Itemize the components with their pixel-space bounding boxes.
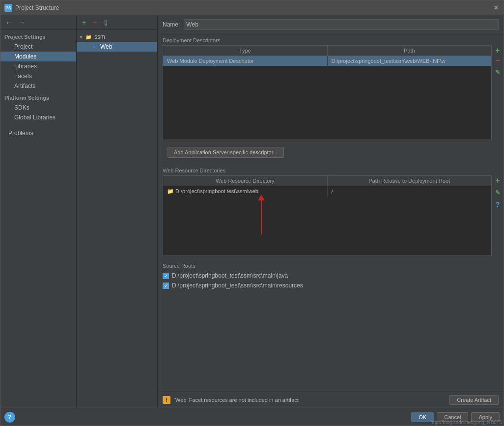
project-structure-window: PS Project Structure × ← → Project Setti…	[0, 0, 504, 426]
sidebar-item-artifacts[interactable]: Artifacts	[0, 81, 76, 91]
deployment-row[interactable]: Web Module Deployment Descriptor D:\proj…	[163, 56, 491, 66]
web-resource-path-header: Path Relative to Deployment Root	[328, 176, 492, 186]
tree-item-web[interactable]: 🔹 Web	[77, 42, 157, 52]
edit-descriptor-button[interactable]: ✎	[493, 68, 502, 77]
deployment-actions: + − ✎	[492, 45, 504, 140]
web-resource-path-cell: /	[328, 187, 492, 197]
app-icon: PS	[4, 4, 12, 12]
folder-icon: 📁	[84, 33, 92, 41]
warning-text: 'Web' Facet resources are not included i…	[174, 397, 446, 403]
sidebar-item-global-libraries[interactable]: Global Libraries	[0, 113, 76, 122]
descriptor-path-cell: D:\project\springboot_test\ssm\web\WEB-I…	[328, 56, 492, 66]
remove-module-button[interactable]: −	[90, 18, 99, 27]
warning-row: ! 'Web' Facet resources are not included…	[158, 392, 504, 408]
sidebar-item-libraries[interactable]: Libraries	[0, 61, 76, 71]
sidebar-item-facets[interactable]: Facets	[0, 71, 76, 81]
add-descriptor-button[interactable]: +	[493, 46, 502, 55]
platform-settings-label: Platform Settings	[0, 91, 76, 103]
content-area: Deployment Descriptors Type Path Web Mod…	[158, 34, 504, 392]
web-resource-dir-cell: 📁 D:\project\springboot test\ssm\web	[163, 186, 328, 197]
path-header: Path	[328, 46, 492, 56]
annotation-arrow	[261, 195, 262, 234]
tree-expand-icon: ▼	[79, 34, 84, 40]
watermark: http://blog.csdn.net/gong_RB075	[428, 419, 504, 426]
sidebar-item-problems[interactable]: Problems	[0, 128, 76, 138]
web-resource-row[interactable]: 📁 D:\project\springboot test\ssm\web /	[163, 186, 491, 197]
title-bar: PS Project Structure ×	[0, 0, 504, 15]
deployment-descriptors-title: Deployment Descriptors	[158, 34, 504, 45]
sidebar-item-sdks[interactable]: SDKs	[0, 103, 76, 113]
remove-descriptor-button[interactable]: −	[493, 56, 502, 65]
bottom-bar: ? OK Cancel Apply http://blog.csdn.net/g…	[0, 408, 504, 426]
close-button[interactable]: ×	[493, 4, 500, 11]
checkbox-java[interactable]: ✓	[163, 273, 169, 279]
source-roots-title: Source Roots	[158, 260, 504, 271]
source-root-java: ✓ D:\project\springboot_test\ssm\src\mai…	[158, 271, 504, 281]
web-resource-header: Web Resource Directory Path Relative to …	[163, 176, 491, 186]
edit-web-resource-button[interactable]: ✎	[493, 188, 502, 197]
web-resource-table: Web Resource Directory Path Relative to …	[163, 175, 492, 256]
source-root-resources: ✓ D:\project\springboot_test\ssm\src\mai…	[158, 281, 504, 290]
main-panel: Name: Deployment Descriptors Type Path W…	[158, 15, 504, 408]
sidebar: ← → Project Settings Project Modules Lib…	[0, 15, 77, 408]
sidebar-toolbar: ← →	[0, 15, 76, 30]
forward-button[interactable]: →	[16, 18, 27, 28]
warning-icon: !	[163, 396, 170, 404]
web-resource-dir-header: Web Resource Directory	[163, 176, 328, 186]
copy-module-button[interactable]: ▯	[101, 18, 110, 27]
project-settings-label: Project Settings	[0, 30, 76, 42]
name-label: Name:	[163, 21, 180, 28]
add-app-server-descriptor-button[interactable]: Add Application Server specific descript…	[168, 147, 284, 158]
tree-panel: + − ▯ ▼ 📁 ssm 🔹 Web	[77, 15, 158, 408]
module-icon: 🔹	[90, 43, 98, 51]
name-row: Name:	[158, 15, 504, 34]
tree-toolbar: + − ▯	[77, 15, 157, 30]
add-module-button[interactable]: +	[80, 18, 88, 27]
deployment-table: Type Path Web Module Deployment Descript…	[163, 45, 492, 140]
name-input[interactable]	[184, 19, 499, 30]
web-resource-actions: + ✎ ?	[492, 175, 504, 256]
add-web-resource-button[interactable]: +	[493, 176, 502, 185]
folder-icon-web: 📁	[167, 188, 175, 194]
descriptor-type-cell: Web Module Deployment Descriptor	[163, 56, 328, 66]
checkbox-resources[interactable]: ✓	[163, 283, 169, 289]
window-title: Project Structure	[15, 4, 493, 11]
web-resource-title: Web Resource Directories	[158, 165, 504, 175]
create-artifact-button[interactable]: Create Artifact	[449, 395, 499, 405]
help-button[interactable]: ?	[4, 412, 15, 423]
help-web-resource-button[interactable]: ?	[493, 200, 502, 209]
back-button[interactable]: ←	[3, 18, 14, 28]
deployment-table-header: Type Path	[163, 46, 491, 56]
sidebar-item-project[interactable]: Project	[0, 42, 76, 52]
tree-item-ssm[interactable]: ▼ 📁 ssm	[77, 32, 157, 42]
tree-content: ▼ 📁 ssm 🔹 Web	[77, 30, 157, 408]
sidebar-item-modules[interactable]: Modules	[0, 52, 76, 61]
type-header: Type	[163, 46, 328, 56]
